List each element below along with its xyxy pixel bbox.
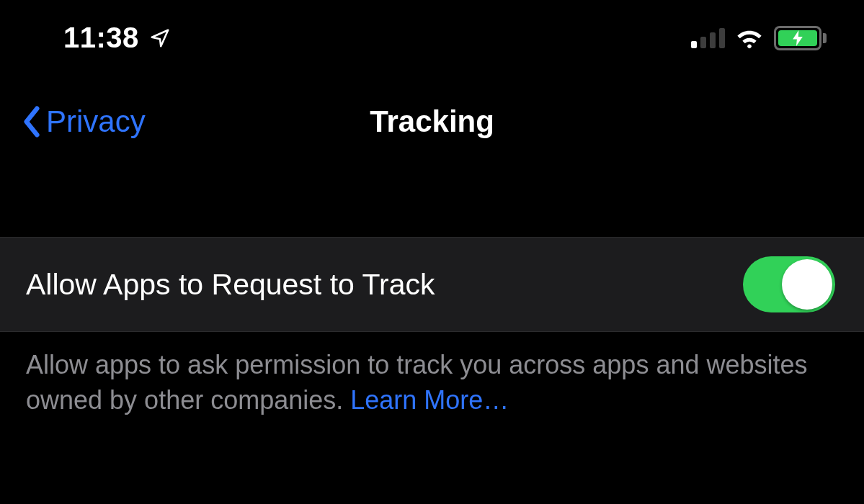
battery-icon — [774, 26, 827, 50]
battery-charging-bolt-icon — [793, 30, 803, 46]
setting-description: Allow apps to ask permission to track yo… — [0, 332, 864, 418]
status-bar-right — [691, 26, 827, 50]
nav-bar: Privacy Tracking — [0, 68, 864, 165]
back-label: Privacy — [46, 104, 146, 139]
toggle-knob — [782, 259, 832, 310]
setting-label: Allow Apps to Request to Track — [26, 268, 435, 302]
chevron-left-icon — [22, 106, 42, 138]
status-bar: 11:38 — [0, 0, 864, 68]
spacer — [0, 165, 864, 237]
allow-tracking-toggle[interactable] — [743, 256, 835, 312]
status-time: 11:38 — [63, 22, 139, 54]
cellular-signal-icon — [691, 28, 725, 48]
status-bar-left: 11:38 — [63, 22, 171, 54]
location-arrow-icon — [149, 27, 171, 49]
learn-more-link[interactable]: Learn More… — [350, 385, 509, 415]
wifi-icon — [735, 27, 764, 49]
page-title: Tracking — [370, 104, 494, 139]
back-button[interactable]: Privacy — [22, 104, 146, 139]
setting-row-allow-tracking: Allow Apps to Request to Track — [0, 237, 864, 332]
